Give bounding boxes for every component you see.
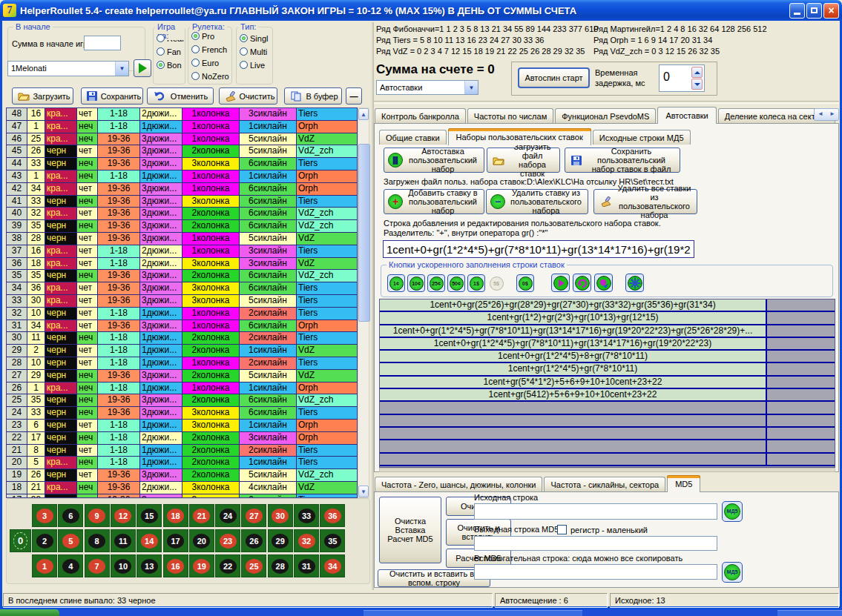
table-row[interactable]: 4625кра...неч19-363дюжи...1колонка5сикла… xyxy=(7,133,357,146)
table-row[interactable]: 4234кра...чет19-363дюжи...1колонка6сикла… xyxy=(7,183,357,196)
coin-button-0$[interactable]: 0$ xyxy=(516,274,534,292)
radio-option-french[interactable]: French xyxy=(191,44,231,54)
table-row[interactable]: 4433черннеч19-363дюжи...3колонка6сиклайн… xyxy=(7,158,357,170)
board-cell-21[interactable]: 21 xyxy=(189,504,214,527)
tab-контроль-банкролла[interactable]: Контроль банкролла xyxy=(375,108,466,123)
save-button[interactable]: Сохранить xyxy=(81,87,143,105)
table-row[interactable]: 3618кра...чет1-182дюжи...3колонка3сиклай… xyxy=(7,258,357,271)
table-row[interactable]: 4032кра...чет19-363дюжи...2колонка6сикла… xyxy=(7,208,357,220)
tab-scroll-right-icon[interactable]: ► xyxy=(826,109,838,120)
save-set-file-button[interactable]: Сохранить пользовательский набор ставок … xyxy=(565,148,680,173)
tab-автоставки[interactable]: Автоставки xyxy=(657,107,716,124)
spinner-up-icon[interactable] xyxy=(691,67,703,78)
table-row[interactable]: 236чернчет1-181дюжи...3колонка1сиклайнOr… xyxy=(7,420,357,432)
tab-функционал-psevdoms[interactable]: Функционал PsevdoMS xyxy=(555,108,656,123)
table-row[interactable]: 1926чернчет19-363дюжи...2колонка5сиклайн… xyxy=(7,469,357,482)
bet-string-input[interactable] xyxy=(383,240,694,258)
table-row[interactable]: 261кра...неч1-181дюжи...1колонка1сиклайн… xyxy=(7,382,357,395)
tab-scroll-left-icon[interactable]: ◄ xyxy=(815,109,826,120)
board-cell-28[interactable]: 28 xyxy=(268,554,293,577)
preset-combo[interactable]: 1Melonati ▼ xyxy=(7,61,129,76)
mode-combo[interactable]: Автоставки ▼ xyxy=(376,80,478,95)
board-cell-27[interactable]: 27 xyxy=(241,504,266,527)
table-row[interactable]: 3935черннеч19-363дюжи...2колонка6сиклайн… xyxy=(7,220,357,233)
board-cell-32[interactable]: 32 xyxy=(294,529,319,552)
quick-repeat-button[interactable] xyxy=(573,274,591,292)
table-row[interactable]: 2729черннеч19-363дюжи...2колонка5сиклайн… xyxy=(7,370,357,382)
coin-button-1¢[interactable]: 1¢ xyxy=(387,274,405,292)
table-row[interactable]: 292чернчет1-181дюжи...2колонка1сиклайнVd… xyxy=(7,345,357,357)
formula-row[interactable]: 1cent+0+gr(25*26)+gr(28*29)+gr(27*30)+gr… xyxy=(380,299,835,312)
table-row[interactable]: 3134кра...чет19-363дюжи...1колонка6сикла… xyxy=(7,320,357,333)
quick-wheel-button[interactable] xyxy=(625,274,644,292)
tab-общие-ставки[interactable]: Общие ставки xyxy=(379,130,447,145)
tab-исходные-строки-мд5[interactable]: Исходные строки МД5 xyxy=(593,130,691,145)
radio-icon[interactable] xyxy=(157,47,165,56)
board-cell-20[interactable]: 20 xyxy=(189,529,214,552)
board-cell-12[interactable]: 12 xyxy=(111,504,136,527)
table-row[interactable]: 2535черннеч19-363дюжи...2колонка6сиклайн… xyxy=(7,394,357,407)
table-row[interactable]: 205кра...неч1-181дюжи...2колонка1сиклайн… xyxy=(7,457,357,469)
radio-icon[interactable] xyxy=(191,45,200,53)
radio-icon[interactable] xyxy=(240,34,248,42)
board-cell-9[interactable]: 9 xyxy=(85,504,110,527)
collapse-button[interactable]: — xyxy=(346,87,362,105)
spins-table-scrollbar[interactable]: ▲ ▼ xyxy=(358,107,369,498)
radio-option-singl[interactable]: Singl xyxy=(240,33,272,43)
board-cell-1[interactable]: 1 xyxy=(32,554,57,577)
autospin-start-button[interactable]: Автоспин старт xyxy=(518,67,590,88)
tab-частоты-по-числам[interactable]: Частоты по числам xyxy=(467,108,553,123)
table-row[interactable]: 2433черннеч19-363дюжи...3колонка6сиклайн… xyxy=(7,407,357,420)
board-cell-11[interactable]: 11 xyxy=(111,529,136,552)
md5-aux-run-button[interactable]: МД5 xyxy=(722,562,743,583)
radio-option-multi[interactable]: Multi xyxy=(240,47,272,56)
user-bets-list[interactable]: 1cent+0+gr(25*26)+gr(28*29)+gr(27*30)+gr… xyxy=(379,299,835,468)
radio-option-pro[interactable]: Pro xyxy=(191,31,231,41)
scroll-down-icon[interactable]: ▼ xyxy=(358,486,369,497)
radio-icon[interactable] xyxy=(240,47,248,56)
table-row[interactable]: 2810чернчет1-181дюжи...1колонка2сиклайнT… xyxy=(7,357,357,370)
radio-option-live[interactable]: Live xyxy=(240,60,272,70)
radio-icon[interactable] xyxy=(157,34,165,42)
load-set-file-button[interactable]: Загрузить файл набора ставок xyxy=(487,148,560,173)
remove-all-bets-button[interactable]: Удалить все ставки из пользовательского … xyxy=(593,189,697,214)
board-cell-31[interactable]: 31 xyxy=(294,554,319,577)
board-cell-15[interactable]: 15 xyxy=(137,504,162,527)
radio-option-euro[interactable]: Euro xyxy=(191,58,231,67)
board-cell-36[interactable]: 36 xyxy=(320,504,345,527)
coin-button-50¢[interactable]: 50¢ xyxy=(447,274,465,292)
radio-option-bon[interactable]: Bon xyxy=(157,60,185,70)
table-row[interactable]: 3828чернчет19-363дюжи...1колонка5сиклайн… xyxy=(7,233,357,245)
table-row[interactable]: 3011черннеч1-181дюжи...2колонка2сиклайнT… xyxy=(7,332,357,345)
chevron-down-icon[interactable]: ▼ xyxy=(115,62,128,76)
table-row[interactable]: 3330кра...чет19-363дюжи...3колонка5сикла… xyxy=(7,295,357,308)
undo-button[interactable]: Отменить xyxy=(147,87,214,105)
board-cell-26[interactable]: 26 xyxy=(241,529,266,552)
spinner-down-icon[interactable] xyxy=(691,79,703,90)
formula-row[interactable]: 1cent+0+gr(1*2*4*5)+gr(7*8*10*11)+gr(13*… xyxy=(380,325,835,338)
board-cell-2[interactable]: 2 xyxy=(32,529,57,552)
quick-play-button[interactable] xyxy=(551,274,570,292)
add-bet-button[interactable]: + Добавить ставку в пользовательский наб… xyxy=(384,189,484,214)
radio-icon[interactable] xyxy=(191,59,200,67)
clear-button[interactable]: Очистить xyxy=(219,87,277,105)
formula-row[interactable]: 1cent+gr(5*4*1*2)+5+6+9+10+10cent+23+22 xyxy=(380,377,835,389)
coin-button-1$[interactable]: 1$ xyxy=(467,274,485,292)
board-cell-30[interactable]: 30 xyxy=(268,504,293,527)
quick-transfer-button[interactable] xyxy=(594,274,613,292)
board-cell-13[interactable]: 13 xyxy=(137,554,162,577)
autobet-user-set-button[interactable]: ▐▌ Автоставка пользовательский набор xyxy=(384,148,484,173)
table-row[interactable]: 471кра...неч1-181дюжи...1колонка1сиклайн… xyxy=(7,121,357,133)
close-button[interactable]: × xyxy=(823,3,839,19)
board-cell-7[interactable]: 7 xyxy=(85,554,110,577)
taskbar-item[interactable] xyxy=(364,610,582,616)
minimize-button[interactable] xyxy=(789,3,805,19)
board-cell-19[interactable]: 19 xyxy=(189,554,214,577)
board-cell-14[interactable]: 14 xyxy=(137,529,162,552)
copy-buffer-button[interactable]: В буфер xyxy=(284,87,342,105)
tab-md5[interactable]: MD5 xyxy=(667,475,700,492)
delay-spinner[interactable]: 0 xyxy=(659,64,705,92)
remove-bet-button[interactable]: − Удалить ставку из пользовательского на… xyxy=(486,189,588,214)
md5-aux-input[interactable] xyxy=(474,564,717,580)
table-row[interactable]: 4133черннеч19-363дюжи...3колонка6сиклайн… xyxy=(7,196,357,208)
